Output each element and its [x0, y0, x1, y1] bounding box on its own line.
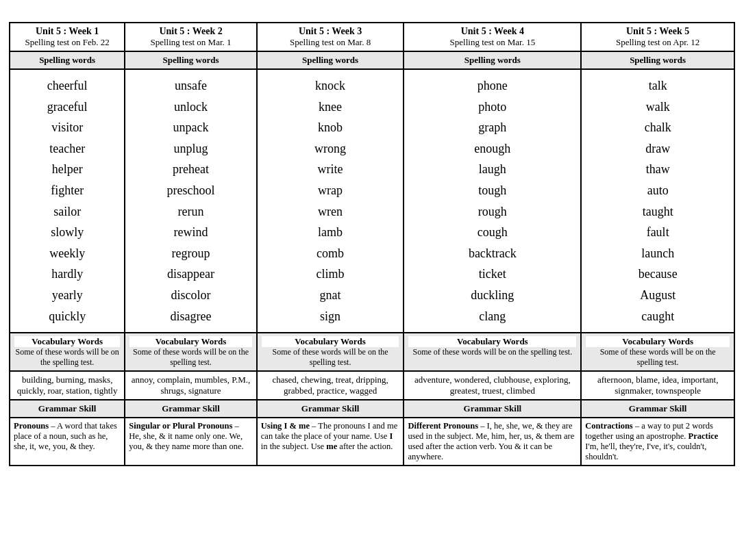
week-5-words: talkwalkchalkdrawthawautotaughtfaultlaun… [581, 69, 734, 333]
week-2-words: unsafeunlockunpackunplugpreheatpreschool… [125, 69, 256, 333]
week-3-vocab-header: Vocabulary WordsSome of these words will… [257, 333, 404, 371]
week-5-header: Unit 5 : Week 5Spelling test on Apr. 12 [581, 23, 734, 51]
week-4-grammar-header: Grammar Skill [404, 400, 581, 418]
week-2-vocab-header: Vocabulary WordsSome of these words will… [125, 333, 256, 371]
week-4-header: Unit 5 : Week 4Spelling test on Mar. 15 [404, 23, 581, 51]
week-3-grammar-text: Using I & me – The pronouns I and me can… [257, 418, 404, 466]
week-1-grammar-header: Grammar Skill [10, 400, 125, 418]
week-5-grammar-header: Grammar Skill [581, 400, 734, 418]
week-4-words: phonephotographenoughlaughtoughroughcoug… [404, 69, 581, 333]
week-1-words: cheerfulgracefulvisitorteacherhelperfigh… [10, 69, 125, 333]
week-1-grammar-text: Pronouns – A word that takes place of a … [10, 418, 125, 466]
week-5-vocab-words: afternoon, blame, idea, important, signm… [581, 371, 734, 400]
week-2-header: Unit 5 : Week 2Spelling test on Mar. 1 [125, 23, 256, 51]
week-2-grammar-text: Singular or Plural Pronouns – He, she, &… [125, 418, 256, 466]
week-4-vocab-header: Vocabulary WordsSome of these words will… [404, 333, 581, 371]
week-4-spelling-label: Spelling words [404, 51, 581, 69]
week-3-words: knockkneeknobwrongwritewrapwrenlambcombc… [257, 69, 404, 333]
week-4-vocab-words: adventure, wondered, clubhouse, explorin… [404, 371, 581, 400]
week-1-spelling-label: Spelling words [10, 51, 125, 69]
week-3-grammar-header: Grammar Skill [257, 400, 404, 418]
week-3-header: Unit 5 : Week 3Spelling test on Mar. 8 [257, 23, 404, 51]
week-4-grammar-text: Different Pronouns – I, he, she, we, & t… [404, 418, 581, 466]
week-3-vocab-words: chased, chewing, treat, dripping, grabbe… [257, 371, 404, 400]
week-1-header: Unit 5 : Week 1Spelling test on Feb. 22 [10, 23, 125, 51]
week-3-spelling-label: Spelling words [257, 51, 404, 69]
week-2-grammar-header: Grammar Skill [125, 400, 256, 418]
spelling-table: Unit 5 : Week 1Spelling test on Feb. 22U… [9, 22, 735, 466]
week-5-spelling-label: Spelling words [581, 51, 734, 69]
week-2-vocab-words: annoy, complain, mumbles, P.M., shrugs, … [125, 371, 256, 400]
week-1-vocab-header: Vocabulary WordsSome of these words will… [10, 333, 125, 371]
week-2-spelling-label: Spelling words [125, 51, 256, 69]
week-5-grammar-text: Contractions – a way to put 2 words toge… [581, 418, 734, 466]
week-1-vocab-words: building, burning, masks, quickly, roar,… [10, 371, 125, 400]
week-5-vocab-header: Vocabulary WordsSome of these words will… [581, 333, 734, 371]
